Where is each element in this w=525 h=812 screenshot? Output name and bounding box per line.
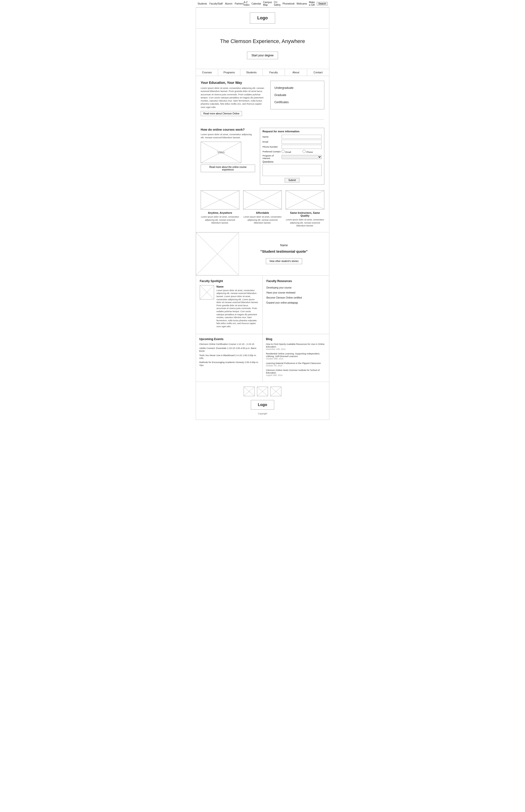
edu-type-undergraduate[interactable]: Undergraduate: [274, 84, 320, 91]
events-heading: Upcoming Events: [199, 337, 259, 341]
testimonial-x-icon: [196, 233, 239, 275]
blog-date-1: October 28th, 2014: [266, 358, 326, 360]
faculty-resources-heading: Faculty Resources: [267, 279, 326, 283]
footer-logo[interactable]: Logo: [251, 400, 274, 409]
feature-cards: Anytime, Anywhere Lorem ipsum dolor sit …: [201, 190, 324, 227]
header-logo[interactable]: Logo: [250, 12, 275, 24]
form-contact-phone-label: Phone: [303, 150, 322, 153]
form-questions-textarea[interactable]: [262, 164, 322, 176]
testimonial-name: Name: [280, 244, 288, 247]
nav-contact[interactable]: Contact: [307, 69, 329, 76]
nav-programs[interactable]: Programs: [218, 69, 240, 76]
form-contact-phone-radio[interactable]: [303, 150, 306, 153]
feature-card-1: Affordable Lorem ipsum dolor sit amet, c…: [243, 190, 282, 227]
events-blog-section: Upcoming Events Clemson Online Certifica…: [196, 334, 329, 382]
blog-title-0[interactable]: How to Find Openly Available Resources f…: [266, 343, 326, 348]
utility-right-links: A-Z Index Calendar Campus Map CU Safety …: [244, 1, 328, 6]
utility-students[interactable]: Students: [198, 2, 207, 5]
event-item-0: Clemson Online Certification Course 1-12…: [199, 343, 259, 346]
online-heading: How do online courses work?: [201, 128, 255, 131]
footer-social-icon-1[interactable]: [257, 387, 268, 396]
faculty-resource-link-3[interactable]: Expand your online pedagogy: [267, 300, 326, 305]
edu-type-graduate[interactable]: Graduate: [274, 91, 320, 99]
testimonial-content: Name "Student testimonial quote" View ot…: [239, 232, 329, 275]
edu-type-certificates[interactable]: Certificates: [274, 99, 320, 106]
education-section: Your Education, Your Way Lorem ipsum dol…: [201, 81, 266, 116]
utility-webcams[interactable]: Webcams: [297, 2, 307, 5]
blog-title-3[interactable]: Clemson Online Hosts Summer Institute fo…: [266, 369, 326, 374]
utility-alumni[interactable]: Alumni: [225, 2, 232, 5]
feature-title-0: Anytime, Anywhere: [201, 212, 239, 214]
form-phone-input[interactable]: [282, 145, 322, 149]
video-placeholder[interactable]: Video: [201, 142, 241, 163]
feature-card-0: Anytime, Anywhere Lorem ipsum dolor sit …: [201, 190, 239, 227]
footer-x-icon-0: [244, 387, 254, 396]
utility-phonebook[interactable]: Phonebook: [283, 2, 295, 5]
utility-left-links: Students Faculty/Staff Alumni Partners: [198, 2, 244, 5]
search-button[interactable]: Search: [317, 2, 328, 5]
request-form-section: Request for more information Name Email …: [260, 123, 324, 185]
education-row: Your Education, Your Way Lorem ipsum dol…: [201, 81, 324, 116]
utility-bar: Students Faculty/Staff Alumni Partners A…: [196, 0, 329, 8]
utility-calendar[interactable]: Calendar: [252, 2, 261, 5]
edu-read-more-button[interactable]: Read more about Clemson Online: [201, 111, 242, 116]
online-body: Lorem ipsum dolor sit amet, consectetur …: [201, 133, 255, 139]
utility-faculty-staff[interactable]: Faculty/Staff: [209, 2, 222, 5]
footer-social-icon-0[interactable]: [244, 387, 255, 396]
faculty-x-icon: [200, 285, 214, 299]
site-footer: Logo Copyright: [196, 382, 329, 420]
form-contact-email-label: Email: [282, 150, 301, 153]
nav-faculty[interactable]: Faculty: [263, 69, 285, 76]
blog-date-2: October 7th, 2014: [266, 364, 326, 367]
form-email-input[interactable]: [282, 140, 322, 144]
footer-social-icon-2[interactable]: [270, 387, 281, 396]
feature-title-1: Affordable: [243, 212, 282, 214]
testimonial-image-container: [196, 232, 239, 275]
faculty-section: Faculty Spotlight Name Lorem ipsum dolor…: [196, 276, 329, 334]
blog-item-2: Learning Material Preference in the Flip…: [266, 362, 326, 367]
utility-make-gift[interactable]: Make a Gift: [309, 1, 315, 6]
nav-students[interactable]: Students: [240, 69, 262, 76]
form-submit-button[interactable]: Submit: [285, 178, 299, 183]
svg-line-0: [201, 142, 241, 163]
blog-title-2[interactable]: Learning Material Preference in the Flip…: [266, 362, 326, 364]
form-heading: Request for more information: [262, 130, 322, 133]
event-item-2: Tools You Never Use in Blackboard 2-4-15…: [199, 354, 259, 360]
online-section: How do online courses work? Lorem ipsum …: [201, 128, 255, 185]
utility-partners[interactable]: Partners: [235, 2, 244, 5]
blog-date-3: August 28th, 2014: [266, 374, 326, 376]
utility-campus-map[interactable]: Campus Map: [263, 1, 272, 6]
video-label: Video: [217, 151, 225, 154]
blog-title-1[interactable]: Residential Online Learning: Supporting …: [266, 352, 326, 358]
hero-cta-button[interactable]: Start your degree: [247, 52, 278, 59]
form-contact-row: Preferred Contact: Email Phone: [262, 150, 322, 153]
edu-types-box: Undergraduate Graduate Certificates: [270, 81, 324, 110]
nav-about[interactable]: About: [285, 69, 307, 76]
edu-types-section: Undergraduate Graduate Certificates: [270, 81, 324, 116]
form-program-label: Program of Interest: [262, 154, 282, 160]
footer-copyright: Copyright: [201, 412, 324, 415]
utility-cu-safety[interactable]: CU Safety: [274, 1, 281, 6]
divider-1: [201, 119, 324, 120]
main-content: Your Education, Your Way Lorem ipsum dol…: [196, 76, 329, 232]
feature-title-2: Same Instructors, Same Quality: [286, 212, 324, 217]
utility-az-index[interactable]: A-Z Index: [244, 1, 250, 6]
form-program-select[interactable]: [282, 155, 322, 159]
form-name-input[interactable]: [282, 135, 322, 139]
faculty-spotlight-image: [200, 285, 214, 300]
request-form: Request for more information Name Email …: [260, 128, 324, 185]
hero-section: The Clemson Experience, Anywhere Start y…: [196, 29, 329, 69]
online-read-more-button[interactable]: Read more about the online course experi…: [201, 164, 255, 172]
faculty-resource-link-0[interactable]: Developing your course: [267, 285, 326, 290]
footer-x-icon-1: [257, 387, 268, 396]
testimonial-cta-button[interactable]: View other student's stories: [266, 258, 302, 264]
hero-headline: The Clemson Experience, Anywhere: [201, 38, 324, 44]
faculty-resource-link-2[interactable]: Become Clemson Online certified: [267, 295, 326, 300]
blog-item-1: Residential Online Learning: Supporting …: [266, 352, 326, 360]
form-contact-email-radio[interactable]: [282, 150, 285, 153]
edu-heading: Your Education, Your Way: [201, 81, 266, 85]
faculty-resource-link-1[interactable]: Have your course reviewed: [267, 290, 326, 295]
footer-logo-container: Logo: [201, 400, 324, 409]
form-name-label: Name: [262, 135, 282, 138]
nav-courses[interactable]: Courses: [196, 69, 218, 76]
